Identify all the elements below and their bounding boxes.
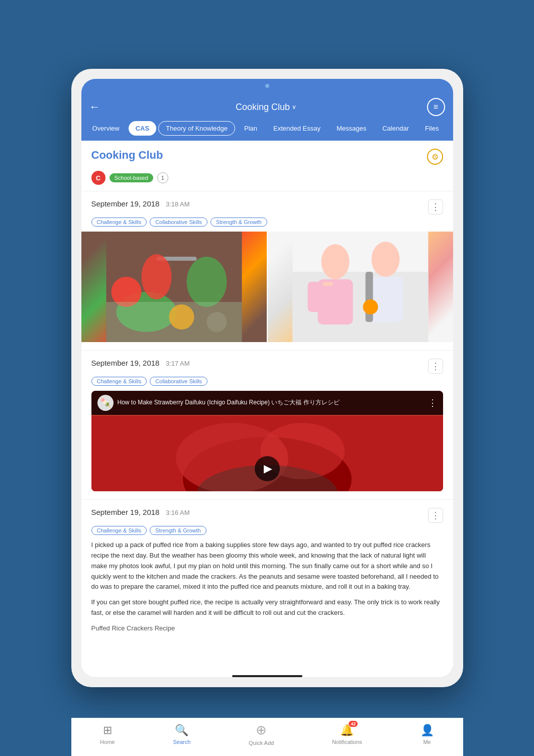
svg-rect-16 xyxy=(365,272,373,322)
svg-point-11 xyxy=(321,244,349,279)
dropdown-arrow-icon[interactable]: ∨ xyxy=(292,103,296,111)
svg-rect-8 xyxy=(106,302,242,342)
video-top-bar: 🍡 How to Make Strawberry Daifuku (Ichigo… xyxy=(91,391,443,415)
post-1: September 19, 2018 3:18 AM ⋮ Challenge &… xyxy=(81,193,453,342)
video-channel-avatar: 🍡 xyxy=(97,395,114,411)
play-icon: ▶ xyxy=(264,462,272,475)
post-1-image-right[interactable] xyxy=(268,232,453,342)
post-3-tags: Challenge & Skills Strength & Growth xyxy=(81,526,453,540)
member-count-badge: 1 xyxy=(157,172,168,183)
post-3-paragraph-2: If you can get store bought puffed rice,… xyxy=(91,597,443,618)
device-inner: ← Cooking Club ∨ ≡ Overview CAS Theory o… xyxy=(81,79,453,677)
menu-icon: ≡ xyxy=(434,102,438,112)
post-3-options-button[interactable]: ⋮ xyxy=(428,508,443,523)
post-3-date-time: September 19, 2018 3:16 AM xyxy=(91,508,190,517)
tag-strength-growth-1: Strength & Growth xyxy=(210,218,267,227)
post-2-date: September 19, 2018 xyxy=(91,359,160,367)
svg-rect-13 xyxy=(307,282,323,312)
device-frame: ← Cooking Club ∨ ≡ Overview CAS Theory o… xyxy=(71,69,463,687)
tab-messages[interactable]: Messages xyxy=(330,121,373,136)
back-button[interactable]: ← xyxy=(89,100,105,114)
post-1-options-button[interactable]: ⋮ xyxy=(428,199,443,214)
post-2-header: September 19, 2018 3:17 AM ⋮ xyxy=(81,353,453,377)
tag-strength-growth-3: Strength & Growth xyxy=(150,526,206,535)
status-dot xyxy=(265,84,269,88)
video-title: How to Make Strawberry Daifuku (Ichigo D… xyxy=(118,399,424,407)
cooking-veggies-image xyxy=(81,232,267,342)
club-avatar: C xyxy=(91,171,105,185)
video-options-icon[interactable]: ⋮ xyxy=(428,397,437,408)
svg-point-7 xyxy=(141,254,171,299)
club-meta: C School-based 1 xyxy=(81,167,453,189)
cooking-girls-image xyxy=(268,232,453,342)
nav-tabs: Overview CAS Theory of Knowledge Plan Ex… xyxy=(81,121,453,141)
post-1-images xyxy=(81,232,453,342)
header-title: Cooking Club ∨ xyxy=(236,102,296,113)
tab-extended-essay[interactable]: Extended Essay xyxy=(266,121,328,136)
header-menu-button[interactable]: ≡ xyxy=(427,98,445,116)
tag-collaborative-skills-2: Collaborative Skills xyxy=(150,377,207,386)
tag-collaborative-skills-1: Collaborative Skills xyxy=(150,218,207,227)
post-3-paragraph-1: I picked up a pack of puffed rice from a… xyxy=(91,540,443,592)
tab-overview[interactable]: Overview xyxy=(85,121,127,136)
club-header: Cooking Club ⚙ xyxy=(81,141,453,167)
svg-rect-12 xyxy=(317,279,353,325)
settings-icon: ⚙ xyxy=(432,152,439,162)
svg-point-14 xyxy=(371,242,399,277)
club-title: Cooking Club xyxy=(91,149,163,162)
tab-theory-of-knowledge[interactable]: Theory of Knowledge xyxy=(158,121,235,136)
tab-files[interactable]: Files xyxy=(418,121,446,136)
post-1-time: 3:18 AM xyxy=(166,200,190,208)
post-3-link[interactable]: Puffed Rice Crackers Recipe xyxy=(81,624,453,632)
post-3: September 19, 2018 3:16 AM ⋮ Challenge &… xyxy=(81,502,453,632)
post-1-tags: Challenge & Skills Collaborative Skills … xyxy=(81,218,453,232)
svg-point-4 xyxy=(186,257,227,307)
post-3-time: 3:16 AM xyxy=(166,509,190,516)
divider-2 xyxy=(81,350,453,351)
svg-point-17 xyxy=(363,299,378,314)
post-2: September 19, 2018 3:17 AM ⋮ Challenge &… xyxy=(81,353,453,491)
post-1-date: September 19, 2018 xyxy=(91,199,160,208)
post-2-options-button[interactable]: ⋮ xyxy=(428,359,443,374)
header: ← Cooking Club ∨ ≡ xyxy=(81,93,453,121)
tab-members[interactable]: Members xyxy=(448,121,453,136)
post-1-image-left[interactable] xyxy=(81,232,267,342)
play-button[interactable]: ▶ xyxy=(255,456,280,481)
post-2-date-time: September 19, 2018 3:17 AM xyxy=(91,359,190,368)
svg-rect-18 xyxy=(323,282,333,286)
status-bar xyxy=(81,79,453,93)
post-2-video[interactable]: 🍡 How to Make Strawberry Daifuku (Ichigo… xyxy=(91,391,443,491)
post-1-date-time: September 19, 2018 3:18 AM xyxy=(91,199,190,208)
header-title-text: Cooking Club xyxy=(236,102,290,113)
divider-3 xyxy=(81,499,453,500)
home-indicator xyxy=(232,675,302,677)
post-2-time: 3:17 AM xyxy=(166,360,190,367)
tag-challenge-skills-3: Challenge & Skills xyxy=(91,526,147,535)
tab-cas[interactable]: CAS xyxy=(129,121,156,136)
post-3-header: September 19, 2018 3:16 AM ⋮ xyxy=(81,502,453,526)
svg-rect-15 xyxy=(368,277,403,322)
tag-challenge-skills-1: Challenge & Skills xyxy=(91,218,147,227)
club-settings-button[interactable]: ⚙ xyxy=(427,149,443,165)
content-area: Cooking Club ⚙ C School-based 1 Septembe… xyxy=(81,141,453,671)
video-content[interactable]: ▶ xyxy=(91,415,443,491)
tab-plan[interactable]: Plan xyxy=(237,121,264,136)
divider-1 xyxy=(81,191,453,191)
school-based-badge: School-based xyxy=(110,173,153,182)
tag-challenge-skills-2: Challenge & Skills xyxy=(91,377,147,386)
post-1-header: September 19, 2018 3:18 AM ⋮ xyxy=(81,193,453,218)
post-3-date: September 19, 2018 xyxy=(91,508,160,516)
post-3-text: I picked up a pack of puffed rice from a… xyxy=(81,540,453,618)
post-2-tags: Challenge & Skills Collaborative Skills xyxy=(81,377,453,391)
tab-calendar[interactable]: Calendar xyxy=(375,121,416,136)
